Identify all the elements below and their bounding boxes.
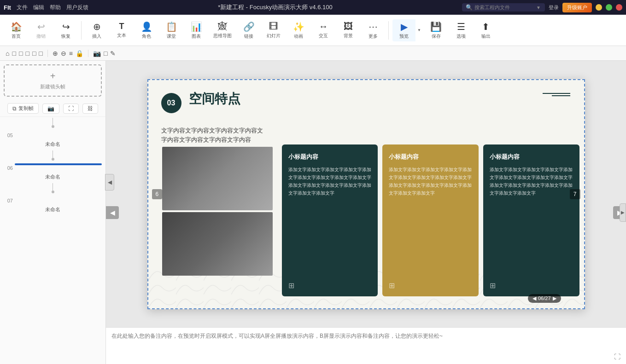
- page-prev-icon[interactable]: ◀: [532, 295, 536, 301]
- st-frame3-icon[interactable]: □: [25, 50, 29, 57]
- conn-dot: [52, 125, 54, 128]
- more-icon: ⋯: [369, 21, 378, 32]
- notes-expand-icon[interactable]: ⛶: [614, 353, 620, 360]
- search-bar[interactable]: 🔍 ▼: [462, 3, 545, 12]
- card-1-icon: ⊞: [288, 281, 294, 290]
- zoom-out-icon[interactable]: ⊖: [61, 50, 66, 57]
- lock-icon[interactable]: 🔒: [76, 50, 83, 57]
- toolbar-separator-1: [81, 21, 82, 40]
- st-frame5-icon[interactable]: □: [39, 50, 42, 57]
- menu-feedback[interactable]: 用户反馈: [66, 4, 88, 12]
- sidebar-collapse-button[interactable]: ◀: [105, 174, 114, 191]
- tool-insert[interactable]: ⊕ 插入: [85, 19, 108, 41]
- slide-name-6: 未命名: [45, 173, 60, 180]
- titlebar-right: 🔍 ▼ 登录 升级账户: [462, 3, 622, 12]
- slide-item-6-wrap: 06 空间特点 文字内容文字内容文字内容: [0, 162, 105, 173]
- tool-chart[interactable]: 📊 图表: [185, 19, 208, 41]
- st-frame2-icon[interactable]: □: [19, 50, 23, 57]
- card-1[interactable]: 小标题内容 添加文字添加文字添加文字添加文字添加文字添加文字添加文字添加文字添加…: [282, 144, 378, 296]
- tool-undo[interactable]: ↩ 撤销: [29, 19, 53, 41]
- copy-frame-button[interactable]: ⧉ 复制帧: [7, 103, 39, 114]
- tool-save[interactable]: 💾 保存: [425, 19, 448, 41]
- redo-icon: ↪: [62, 21, 70, 32]
- search-input[interactable]: [474, 5, 534, 10]
- new-frame-button[interactable]: + 新建镜头帧: [4, 64, 102, 97]
- tool-text-label: 文本: [117, 32, 126, 39]
- undo-icon: ↩: [37, 21, 45, 32]
- slide-item-5-wrap: 05 空间特点 文字内容文字内容文字内容: [0, 129, 105, 140]
- st-frame1-icon[interactable]: □: [12, 50, 16, 57]
- preview-icon: ▶: [401, 21, 408, 32]
- toolbar-separator-2: [388, 21, 389, 40]
- tool-export[interactable]: ⬆ 输出: [474, 19, 497, 41]
- slide-thumbnail-6[interactable]: 空间特点 文字内容文字内容文字内容: [15, 163, 102, 165]
- tool-background[interactable]: 🖼 背景: [337, 19, 360, 41]
- tool-interact[interactable]: ↔ 交互: [312, 19, 335, 41]
- tool-more[interactable]: ⋯ 更多: [362, 19, 385, 41]
- card-3[interactable]: 小标题内容 添加文字添加文字添加文字添加文字添加文字添加文字添加文字添加文字添加…: [483, 144, 579, 296]
- slide-images: [162, 147, 273, 276]
- options-icon: ☰: [457, 21, 465, 32]
- camera-icon[interactable]: 📷: [93, 50, 101, 57]
- tool-classroom[interactable]: 📋 课堂: [160, 19, 183, 41]
- connector-7: [0, 182, 105, 194]
- close-button[interactable]: [616, 4, 622, 11]
- tool-text[interactable]: T 文本: [110, 20, 133, 40]
- fit-icon[interactable]: ≡: [69, 50, 73, 57]
- tool-role[interactable]: 👤 角色: [135, 19, 158, 41]
- sidebar: + 新建镜头帧 ⧉ 复制帧 📷 ⛶ ⛓: [0, 61, 106, 364]
- new-frame-label: 新建镜头帧: [40, 83, 65, 90]
- preview-dropdown-button[interactable]: ▼: [415, 27, 423, 33]
- menu-file[interactable]: 文件: [17, 4, 28, 12]
- tool-options[interactable]: ☰ 选项: [450, 19, 473, 41]
- deco-line-1: [543, 93, 570, 94]
- canvas-area: ◀ ▶: [106, 61, 626, 364]
- slide-title[interactable]: 空间特点: [189, 90, 240, 108]
- tool-slide[interactable]: 🎞 幻灯片: [262, 19, 285, 41]
- tool-link[interactable]: 🔗 链接: [237, 19, 260, 41]
- tool-redo[interactable]: ↪ 恢复: [54, 19, 77, 41]
- main-area: + 新建镜头帧 ⧉ 复制帧 📷 ⛶ ⛓: [0, 61, 626, 364]
- card-2-subtitle: 小标题内容: [389, 153, 472, 161]
- slide-thumbnail-5[interactable]: 空间特点 文字内容文字内容文字内容: [15, 131, 102, 133]
- slide-num-5: 05: [4, 133, 13, 138]
- snapshot-button[interactable]: 📷: [42, 104, 59, 114]
- crop-icon[interactable]: □: [104, 50, 107, 57]
- save-icon: 💾: [430, 21, 442, 32]
- slide-left-num: 6: [152, 189, 163, 199]
- card-2[interactable]: 小标题内容 添加文字添加文字添加文字添加文字添加文字添加文字添加文字添加文字添加…: [382, 144, 479, 296]
- tool-preview-group: ▶ 预览 ▼: [392, 19, 423, 41]
- classroom-icon: 📋: [166, 21, 177, 32]
- maximize-button[interactable]: [606, 4, 612, 11]
- login-button[interactable]: 登录: [549, 4, 559, 11]
- slide-item-7-wrap: 07 演示列例 文字内容文字内容: [0, 194, 105, 205]
- export-icon: ⬆: [482, 21, 490, 32]
- window-controls: [596, 4, 622, 11]
- tool-mindmap[interactable]: 🕸 思维导图: [210, 19, 235, 41]
- upgrade-button[interactable]: 升级账户: [562, 3, 592, 12]
- slide-thumbnail-7[interactable]: 演示列例 文字内容文字内容: [15, 196, 102, 198]
- tool-preview[interactable]: ▶ 预览: [392, 19, 415, 41]
- st-frame4-icon[interactable]: □: [32, 50, 36, 57]
- conn-line: [53, 118, 53, 125]
- slide-body-text[interactable]: 文字内容文字内容文字内容文字内容文字内容文字内容文字内容文字内容: [161, 126, 267, 145]
- notes-input[interactable]: [111, 332, 620, 360]
- tool-home[interactable]: 🏠 首页: [5, 19, 28, 41]
- menu-help[interactable]: 帮助: [50, 4, 61, 12]
- st-home-icon[interactable]: ⌂: [6, 50, 9, 57]
- right-panel-collapse-button[interactable]: ▶: [620, 203, 626, 222]
- fullfit-button[interactable]: ⛶: [63, 104, 79, 114]
- page-next-icon[interactable]: ▶: [553, 295, 556, 301]
- tool-animation[interactable]: ✨ 动画: [287, 19, 310, 41]
- slide-prev-button[interactable]: ◀: [106, 206, 119, 219]
- zoom-in-icon[interactable]: ⊕: [53, 50, 58, 57]
- minimize-button[interactable]: [596, 4, 602, 11]
- slide-canvas[interactable]: 03 空间特点 文字内容文字内容文字内容文字内容文字内容文字内容文字内容文字内容…: [147, 79, 585, 309]
- menu-edit[interactable]: 编辑: [33, 4, 44, 12]
- tool-home-label: 首页: [12, 33, 21, 40]
- mindmap-icon: 🕸: [218, 21, 227, 32]
- titlebar-left: FIt 文件 编辑 帮助 用户反馈: [4, 4, 88, 12]
- link2-button[interactable]: ⛓: [82, 104, 98, 114]
- edit-icon[interactable]: ✎: [110, 50, 116, 57]
- page-counter: ◀ 06/27 ▶: [528, 294, 561, 303]
